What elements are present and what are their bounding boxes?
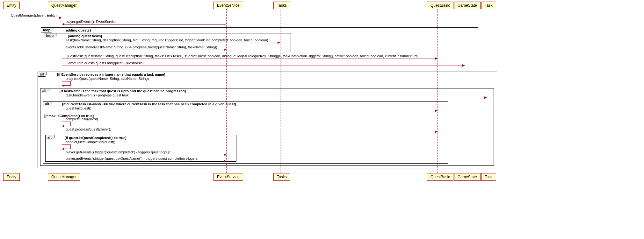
arrow-line (64, 24, 226, 25)
participant-eventservice-top: EventService (213, 2, 243, 9)
participant-eventservice-bottom: EventService (213, 173, 243, 181)
message-trigger-popup: player.getEvents().trigger("questComplet… (66, 150, 170, 154)
fragment-divider (43, 113, 448, 113)
fragment-guard: [adding quest tasks] (67, 33, 103, 39)
participant-questmanager-bottom: QuestManager (48, 173, 80, 181)
message-questbasic-ctor: QuestBasic(questName: String, questDescr… (66, 54, 418, 58)
participant-gamestate-top: GameState (454, 2, 481, 9)
participant-tasks-top: Tasks (273, 2, 290, 9)
lifeline-entity (9, 9, 9, 173)
participant-label: QuestBasic (431, 3, 450, 8)
participant-task-top: Task (481, 2, 496, 9)
arrow-head-icon (62, 148, 64, 150)
arrow-head-icon (435, 109, 438, 112)
arrow-line (62, 66, 462, 66)
participant-label: Entity (7, 175, 16, 179)
message-handlecompletion: handleQuestCompletion(quest); (66, 140, 115, 144)
participant-label: QuestBasic (431, 175, 450, 179)
arrow-line (62, 98, 484, 98)
arrow-head-icon (62, 84, 64, 87)
participant-label: Tasks (277, 175, 287, 179)
participant-task-bottom: Task (481, 173, 496, 181)
arrow-line (62, 161, 224, 161)
fragment-guard: [adding quests] (63, 28, 92, 33)
arrow-line (62, 43, 278, 43)
fragment-guard: [if currentTask.isFailed() == true where… (61, 102, 237, 107)
fragment-label: alt (43, 101, 52, 106)
fragment-label: loop (41, 27, 53, 32)
participant-label: EventService (217, 175, 240, 179)
arrow-line (62, 111, 435, 111)
message-failquest: quest.failQuest() (66, 106, 91, 110)
arrow-line (62, 50, 224, 50)
fragment-guard: [if EventService recieves a trigger name… (56, 72, 166, 77)
message-constructor: QuestManager(player: Entity) (11, 13, 57, 17)
arrow-head-icon (62, 23, 64, 25)
message-progressquest: progressQuest(questName: String, taskNam… (66, 77, 149, 81)
fragment-label: alt (45, 135, 54, 140)
participant-label: QuestManager (51, 3, 76, 8)
arrow-head-icon (224, 48, 226, 51)
arrow-line (62, 59, 435, 59)
participant-gamestate-bottom: GameState (454, 173, 481, 181)
message-trigger-completion: player.getEvents().trigger(quest.getQues… (66, 157, 198, 160)
participant-label: Task (485, 3, 493, 8)
message-task-ctor: Task(taskName: String, description: Stri… (66, 38, 268, 42)
participant-questbasic-bottom: QuestBasic (427, 173, 453, 181)
fragment-label: alt (40, 88, 49, 93)
arrow-head-icon (435, 57, 438, 60)
participant-questmanager-top: QuestManager (48, 2, 80, 9)
participant-label: Tasks (277, 3, 287, 8)
participant-entity-bottom: Entity (3, 173, 20, 181)
arrow-head-icon (435, 130, 438, 133)
message-gamestate-add: GameState.quests.quests.add(quest: Quest… (66, 61, 145, 65)
arrow-head-icon (462, 64, 465, 67)
arrow-line (62, 132, 435, 132)
message-completetask: completeTask(quest) (66, 117, 98, 121)
participant-label: GameState (458, 3, 477, 8)
message-progressquest2: quest.progressQuest(player); (66, 127, 111, 131)
participant-questbasic-top: QuestBasic (427, 2, 453, 9)
participant-tasks-bottom: Tasks (273, 173, 290, 181)
participant-label: Task (485, 175, 493, 179)
participant-label: GameState (458, 175, 477, 179)
arrow-line (62, 155, 224, 155)
fragment-label: alt (38, 72, 47, 77)
arrow-head-icon (278, 41, 280, 44)
message-handleevent: task.handleEvent() - progress quest task (66, 93, 128, 97)
fragment-guard: [if quest.isQuestCompleted() == true] (63, 135, 128, 140)
fragment-label: loop (44, 33, 56, 38)
participant-entity-top: Entity (3, 2, 20, 9)
participant-label: Entity (7, 3, 16, 8)
participant-label: QuestManager (51, 175, 76, 179)
arrow-head-icon (62, 125, 64, 127)
arrow-head-icon (224, 160, 226, 162)
participant-label: EventService (217, 3, 240, 8)
arrow-head-icon (59, 17, 62, 19)
fragment-guard: [if taskName is the task that quest is u… (58, 88, 187, 94)
arrow-line (9, 18, 59, 18)
arrow-head-icon (224, 153, 226, 156)
message-addlistener: events.addListener(taskName: String, () … (66, 45, 217, 49)
message-getevents: player.getEvents(): EventService (66, 20, 117, 24)
arrow-head-icon (484, 96, 487, 99)
